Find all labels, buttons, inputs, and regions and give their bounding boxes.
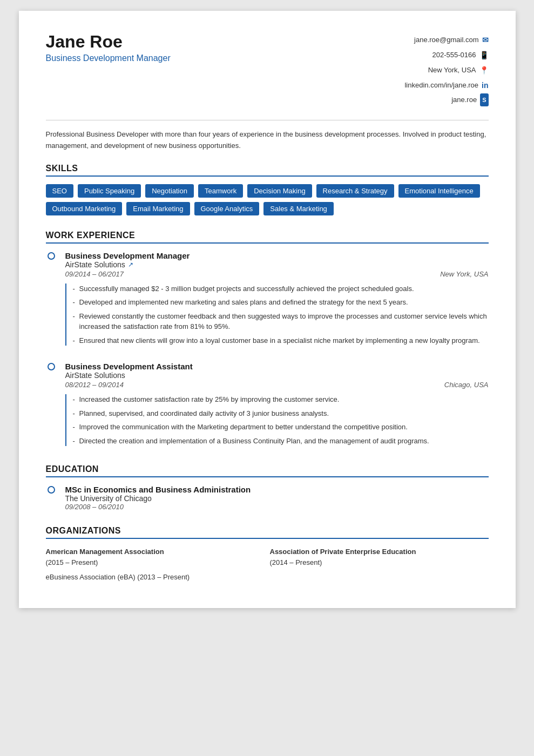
skill-tag: Public Speaking <box>78 184 141 198</box>
bullet-item: Reviewed constantly the customer feedbac… <box>74 311 489 332</box>
email-text: jane.roe@gmail.com <box>414 33 478 47</box>
phone-text: 202-555-0166 <box>432 48 476 62</box>
person-name: Jane Roe <box>46 32 171 51</box>
edu-item: MSc in Economics and Business Administra… <box>46 485 489 511</box>
skill-tag: Google Analytics <box>194 202 260 215</box>
bullet-item: Improved the communication with the Mark… <box>74 422 489 433</box>
bullet-item: Ensured that new clients will grow into … <box>74 335 489 346</box>
education-section: EDUCATION MSc in Economics and Business … <box>46 464 489 511</box>
company-line: AirState Solutions <box>65 371 489 380</box>
skills-section: SKILLS SEOPublic SpeakingNegotiationTeam… <box>46 164 489 215</box>
company-name: AirState Solutions <box>65 371 125 380</box>
organizations-section: ORGANIZATIONS American Management Associ… <box>46 526 489 581</box>
contact-info: jane.roe@gmail.com ✉ 202-555-0166 📱 New … <box>404 32 488 107</box>
location-text: New York, USA <box>428 63 476 77</box>
education-title: EDUCATION <box>46 464 489 477</box>
job-title: Business Development Assistant <box>65 362 489 371</box>
phone-line: 202-555-0166 📱 <box>404 48 488 63</box>
timeline-dot <box>46 251 57 349</box>
skills-title: SKILLS <box>46 164 489 177</box>
date-location: 09/2014 – 06/2017New York, USA <box>65 270 489 278</box>
edu-timeline-dot <box>46 485 57 511</box>
job-date: 09/2014 – 06/2017 <box>65 270 124 278</box>
skills-tags-container: SEOPublic SpeakingNegotiationTeamworkDec… <box>46 184 489 215</box>
dot-circle <box>48 252 55 260</box>
bullet-item: Successfully managed $2 - 3 million budg… <box>74 284 489 294</box>
job-title: Business Development Manager <box>65 251 489 260</box>
edu-date: 09/2008 – 06/2010 <box>65 503 251 511</box>
bullet-item: Increased the customer satisfaction rate… <box>74 394 489 405</box>
timeline-dot <box>46 362 57 449</box>
org-title: ORGANIZATIONS <box>46 526 489 539</box>
date-location: 08/2012 – 09/2014Chicago, USA <box>65 381 489 389</box>
linkedin-text: linkedin.com/in/jane.roe <box>404 78 478 92</box>
portfolio-icon: S <box>480 93 488 106</box>
job-location: Chicago, USA <box>444 381 489 389</box>
header-left: Jane Roe Business Development Manager <box>46 32 171 63</box>
work-item: Business Development ManagerAirState Sol… <box>46 251 489 349</box>
skill-tag: Teamwork <box>198 184 243 198</box>
header: Jane Roe Business Development Manager ja… <box>46 32 489 107</box>
phone-icon: 📱 <box>479 48 489 63</box>
org-item: Association of Private Enterprise Educat… <box>270 546 489 568</box>
jobs-list: Business Development ManagerAirState Sol… <box>46 251 489 450</box>
org-single: eBusiness Association (eBA) (2013 – Pres… <box>46 573 489 581</box>
skill-tag: Sales & Marketing <box>263 202 334 215</box>
job-bullets: Successfully managed $2 - 3 million budg… <box>65 284 489 346</box>
bullet-item: Developed and implemented new marketing … <box>74 297 489 308</box>
linkedin-icon: in <box>482 78 488 93</box>
skill-tag: Decision Making <box>247 184 312 198</box>
company-name: AirState Solutions <box>65 260 125 269</box>
bullet-item: Directed the creation and implementation… <box>74 436 489 447</box>
work-experience-section: WORK EXPERIENCE Business Development Man… <box>46 231 489 450</box>
skill-tag: Outbound Marketing <box>46 202 123 215</box>
skill-tag: Emotional Intelligence <box>398 184 480 198</box>
job-location: New York, USA <box>440 270 488 278</box>
org-grid: American Management Association(2015 – P… <box>46 546 489 568</box>
edu-school: The University of Chicago <box>65 494 251 503</box>
job-content: Business Development AssistantAirState S… <box>65 362 489 449</box>
skill-tag: Email Marketing <box>126 202 190 215</box>
location-line: New York, USA 📍 <box>404 63 488 78</box>
portfolio-line: jane.roe S <box>404 93 488 107</box>
email-line: jane.roe@gmail.com ✉ <box>404 32 488 48</box>
skill-tag: Research & Strategy <box>316 184 394 198</box>
job-date: 08/2012 – 09/2014 <box>65 381 124 389</box>
work-title: WORK EXPERIENCE <box>46 231 489 244</box>
job-content: Business Development ManagerAirState Sol… <box>65 251 489 349</box>
person-title: Business Development Manager <box>46 53 171 63</box>
edu-dot-circle <box>48 486 55 494</box>
education-list: MSc in Economics and Business Administra… <box>46 485 489 511</box>
bullet-item: Planned, supervised, and coordinated dai… <box>74 408 489 419</box>
skill-tag: SEO <box>46 184 73 198</box>
email-icon: ✉ <box>482 32 489 48</box>
org-item: American Management Association(2015 – P… <box>46 546 265 568</box>
resume-container: Jane Roe Business Development Manager ja… <box>19 11 516 608</box>
company-line: AirState Solutions↗ <box>65 260 489 269</box>
work-item: Business Development AssistantAirState S… <box>46 362 489 449</box>
location-icon: 📍 <box>479 63 489 78</box>
job-bullets: Increased the customer satisfaction rate… <box>65 394 489 446</box>
linkedin-line: linkedin.com/in/jane.roe in <box>404 78 488 93</box>
summary-text: Professional Business Developer with mor… <box>46 120 489 152</box>
edu-content: MSc in Economics and Business Administra… <box>65 485 251 511</box>
portfolio-text: jane.roe <box>451 93 477 107</box>
skill-tag: Negotiation <box>145 184 194 198</box>
dot-circle <box>48 363 55 370</box>
external-link-icon[interactable]: ↗ <box>128 261 133 268</box>
edu-degree: MSc in Economics and Business Administra… <box>65 485 251 494</box>
